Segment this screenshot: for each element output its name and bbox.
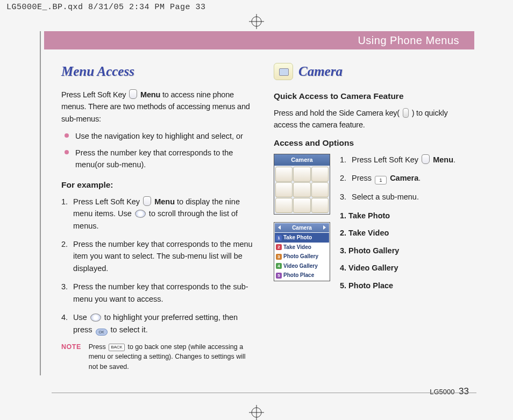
- step-item: Press Left Soft Key Menu.: [340, 154, 469, 166]
- chapter-title-bar: Using Phone Menus: [44, 31, 474, 49]
- quick-access-heading: Quick Access to Camera Feature: [274, 90, 469, 103]
- bullet-item: Use the navigation key to highlight and …: [63, 130, 256, 142]
- prepress-text: LG5000E_.BP.qxd 8/31/05 2:34 PM Page 33: [6, 3, 206, 12]
- ok-key-icon: OK: [96, 329, 108, 336]
- submenu-item: 3. Photo Gallery: [340, 245, 469, 257]
- step-item: Press the number key that corresponds to…: [61, 281, 256, 305]
- soft-key-icon: [143, 196, 151, 206]
- submenu-item: 1. Take Photo: [340, 210, 469, 222]
- step-item: Press 1 Camera.: [340, 172, 469, 184]
- bullet-item: Press the number key that corresponds to…: [63, 147, 256, 171]
- submenu-item: 4. Video Gallery: [340, 262, 469, 274]
- page-content: Using Phone Menus Menu Access Press Left…: [44, 31, 474, 397]
- screenshot-row: 4Video Gallery: [275, 261, 329, 271]
- camera-section-icon: [274, 63, 293, 80]
- page-footer: LG5000 33: [430, 386, 469, 397]
- methods-list: Use the navigation key to highlight and …: [63, 130, 256, 170]
- registration-mark-bottom: [249, 405, 264, 420]
- submenu-list-screenshot: Camera 1Take Photo 2Take Video 3Photo Ga…: [274, 222, 330, 281]
- camera-heading: Camera: [298, 61, 343, 82]
- footer-page-number: 33: [459, 386, 469, 396]
- registration-mark-top: [249, 14, 264, 29]
- note-text: Press BACK to go back one step (while ac…: [89, 342, 256, 371]
- number-key-icon: 1: [375, 176, 387, 184]
- submenu-item: 5. Photo Place: [340, 280, 469, 291]
- note-block: NOTE Press BACK to go back one step (whi…: [61, 342, 256, 371]
- step-item: Select a sub-menu.: [340, 191, 469, 203]
- submenu-options: 1. Take Photo 2. Take Video 3. Photo Gal…: [340, 210, 469, 291]
- screenshot-row: 2Take Video: [275, 243, 329, 252]
- back-key-icon: BACK: [109, 344, 125, 351]
- example-steps: Press Left Soft Key Menu to display the …: [61, 196, 256, 336]
- left-column: Menu Access Press Left Soft Key Menu to …: [61, 61, 256, 372]
- bottom-rule: [52, 393, 476, 393]
- screenshot-row: 5Photo Place: [275, 270, 329, 280]
- soft-key-icon: [422, 154, 430, 164]
- step-item: Use to highlight your preferred setting,…: [61, 311, 256, 336]
- screenshot-row: 3Photo Gallery: [275, 252, 329, 261]
- menu-grid-screenshot: Camera: [274, 154, 330, 215]
- access-options-heading: Access and Options: [274, 137, 469, 150]
- submenu-item: 2. Take Video: [340, 227, 469, 239]
- step-item: Press the number key that corresponds to…: [61, 238, 256, 274]
- prepress-header: LG5000E_.BP.qxd 8/31/05 2:34 PM Page 33: [0, 0, 513, 15]
- right-column: Camera Quick Access to Camera Feature Pr…: [274, 61, 469, 372]
- quick-access-text: Press and hold the Side Camera key( ) to…: [274, 107, 469, 131]
- screenshots-stack: Camera Camera 1Take Photo 2Take Video: [274, 154, 330, 289]
- screenshot-title: Camera: [274, 154, 330, 166]
- screenshot-row: 1Take Photo: [275, 233, 329, 243]
- intro-paragraph: Press Left Soft Key Menu to access nine …: [61, 89, 256, 125]
- note-label: NOTE: [61, 342, 81, 371]
- nav-key-icon: [90, 314, 101, 322]
- screenshot-list-title: Camera: [275, 223, 329, 233]
- side-camera-key-icon: [403, 108, 409, 118]
- for-example-heading: For example:: [61, 179, 256, 191]
- chapter-title: Using Phone Menus: [358, 34, 459, 47]
- soft-key-icon: [129, 89, 137, 99]
- nav-key-icon: [135, 210, 146, 218]
- menu-access-heading: Menu Access: [61, 61, 256, 82]
- step-item: Press Left Soft Key Menu to display the …: [61, 196, 256, 232]
- footer-model: LG5000: [430, 388, 454, 396]
- access-steps-block: Press Left Soft Key Menu. Press 1 Camera…: [340, 154, 469, 297]
- side-rule: [40, 31, 41, 375]
